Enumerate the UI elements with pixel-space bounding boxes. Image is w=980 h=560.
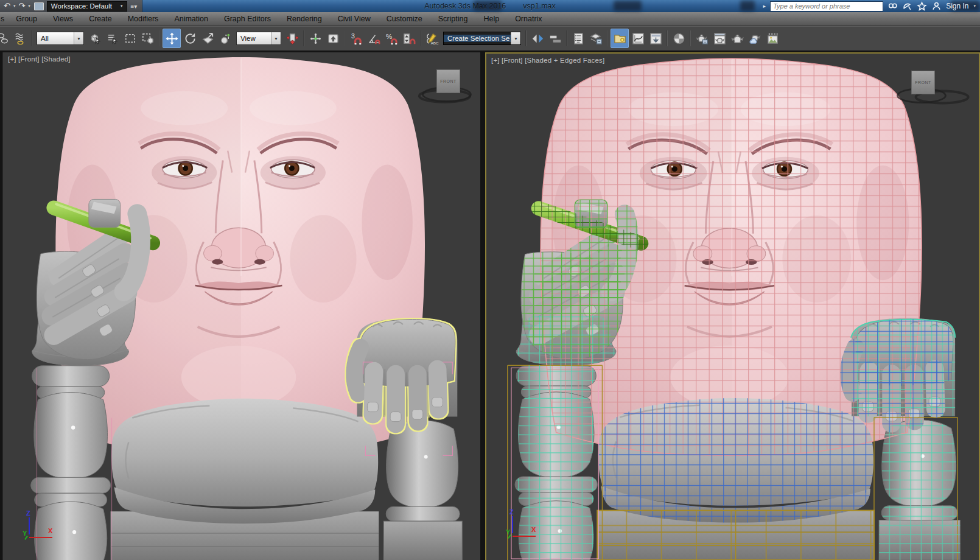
toolbar-separator xyxy=(31,30,32,46)
select-and-move-button[interactable] xyxy=(163,29,181,48)
favorites-star-icon[interactable] xyxy=(917,2,927,11)
svg-text:3: 3 xyxy=(351,32,354,39)
workspace-dropdown[interactable]: Workspace: Default ▾ xyxy=(47,1,127,12)
z-axis-label: Z xyxy=(509,508,514,516)
menu-animation[interactable]: Animation xyxy=(166,12,216,26)
censored-blob xyxy=(614,1,642,11)
viewport-label-left[interactable]: [+] [Front] [Shaded] xyxy=(8,55,71,63)
main-toolbar: All ▼ View ▼ 3 % ABC Create Selection Se… xyxy=(0,26,980,51)
document-name: vsp1.max xyxy=(523,2,556,10)
menu-help[interactable]: Help xyxy=(475,12,507,26)
search-input[interactable] xyxy=(770,1,883,12)
redo-button[interactable]: ↷ xyxy=(17,1,26,12)
rectangular-selection-region-button[interactable] xyxy=(122,29,139,47)
toolbar-separator xyxy=(344,30,345,46)
censored-blob xyxy=(474,1,502,11)
material-editor-button[interactable] xyxy=(670,29,687,47)
coordinate-system-dropdown[interactable]: View ▼ xyxy=(236,32,281,45)
menu-customize[interactable]: Customize xyxy=(379,12,430,26)
viewcube[interactable]: FRONT xyxy=(436,69,460,93)
viewport-label-right[interactable]: [+] [Front] [Shaded + Edged Faces] xyxy=(491,57,604,64)
signin-dropdown-caret-icon[interactable]: ▾ xyxy=(973,4,976,9)
toolbar-separator xyxy=(667,30,668,46)
a360-gallery-button[interactable] xyxy=(764,29,781,47)
x-axis-label: X xyxy=(48,527,52,534)
z-axis-line xyxy=(512,516,513,533)
undo-dropdown-caret-icon[interactable]: ▾ xyxy=(13,4,16,9)
select-and-place-button[interactable] xyxy=(217,29,234,47)
viewport-canvas-right[interactable] xyxy=(486,54,979,560)
toolbar-overflow-button[interactable]: ≡▾ xyxy=(128,3,140,10)
toolbar-separator xyxy=(690,30,691,46)
z-axis-label: Z xyxy=(26,509,30,517)
select-and-link-button[interactable] xyxy=(0,29,11,47)
infocenter-collapse-icon[interactable]: ▸ xyxy=(763,3,766,9)
toolbar-separator xyxy=(566,30,567,46)
select-object-button[interactable] xyxy=(86,29,103,47)
z-axis-line xyxy=(29,517,30,534)
censored-blob xyxy=(740,1,755,11)
toolbar-separator xyxy=(303,30,304,46)
angle-snap-button[interactable] xyxy=(365,29,382,47)
menu-views[interactable]: Views xyxy=(45,12,81,26)
toggle-ribbon-button[interactable] xyxy=(611,29,629,48)
mirror-button[interactable] xyxy=(529,29,546,47)
toolbar-separator xyxy=(607,30,608,46)
y-axis-label: Y xyxy=(506,528,510,536)
undo-button[interactable]: ↶ xyxy=(2,1,12,12)
axis-gizmo: Z Y X xyxy=(20,511,63,548)
keyboard-shortcut-override-button[interactable] xyxy=(324,29,341,47)
align-button[interactable] xyxy=(547,29,564,47)
toolbar-separator xyxy=(525,30,527,46)
menu-rendering[interactable]: Rendering xyxy=(279,12,330,26)
snap-toggle-3d-button[interactable]: 3 xyxy=(348,29,365,47)
user-icon[interactable] xyxy=(931,2,942,11)
edit-named-selection-sets-button[interactable]: ABC xyxy=(424,29,441,47)
render-in-cloud-button[interactable] xyxy=(746,29,763,47)
toggle-scene-explorer-button[interactable] xyxy=(570,29,587,47)
menu-scripting[interactable]: Scripting xyxy=(430,12,476,26)
bind-to-space-warp-button[interactable] xyxy=(12,29,29,47)
select-and-manipulate-button[interactable] xyxy=(307,29,324,47)
rendered-frame-window-button[interactable] xyxy=(711,29,728,47)
select-and-scale-button[interactable] xyxy=(199,29,216,47)
search-icon[interactable] xyxy=(887,2,898,11)
menu-modifiers[interactable]: Modifiers xyxy=(120,12,167,26)
percent-snap-button[interactable]: % xyxy=(383,29,400,47)
viewport-area: [+] [Front] [Shaded] FRONT Z Y X [+] [Fr… xyxy=(0,51,980,560)
selection-filter-dropdown[interactable]: All ▼ xyxy=(37,32,84,45)
menu-graph-editors[interactable]: Graph Editors xyxy=(216,12,279,26)
toolbar-separator xyxy=(159,30,160,46)
x-axis-label: X xyxy=(531,526,536,533)
menu-create[interactable]: Create xyxy=(81,12,120,26)
viewcube[interactable]: FRONT xyxy=(911,71,935,94)
quick-access-toolbar: ↶▾ ↷▾ Workspace: Default ▾ ≡▾ xyxy=(0,0,142,12)
viewport-left[interactable]: [+] [Front] [Shaded] FRONT Z Y X xyxy=(2,52,480,560)
workspace-switcher-icon[interactable] xyxy=(34,2,44,10)
use-pivot-point-center-button[interactable] xyxy=(284,29,301,47)
render-setup-button[interactable] xyxy=(693,29,710,47)
named-selection-sets-dropdown[interactable]: Create Selection Se ▼ xyxy=(443,32,521,45)
select-by-name-button[interactable] xyxy=(104,29,121,47)
window-crossing-toggle-button[interactable] xyxy=(139,29,156,47)
render-production-button[interactable] xyxy=(729,29,746,47)
menu-item-cut[interactable]: s xyxy=(0,12,8,26)
workspace-label: Workspace: Default xyxy=(51,2,112,10)
title-bar: ↶▾ ↷▾ Workspace: Default ▾ ≡▾ Autodesk 3… xyxy=(0,0,980,12)
communication-center-icon[interactable] xyxy=(902,2,912,11)
curve-editor-button[interactable] xyxy=(629,29,646,47)
signin-button[interactable]: Sign In xyxy=(946,2,968,10)
redo-dropdown-caret-icon[interactable]: ▾ xyxy=(27,4,31,9)
chevron-down-icon: ▼ xyxy=(271,32,281,44)
spinner-snap-button[interactable] xyxy=(401,29,418,47)
viewport-right[interactable]: [+] [Front] [Shaded + Edged Faces] FRONT… xyxy=(485,52,980,560)
axis-gizmo: Z Y X xyxy=(503,510,546,547)
menu-group[interactable]: Group xyxy=(8,12,45,26)
toggle-layer-explorer-button[interactable] xyxy=(587,29,604,47)
svg-text:%: % xyxy=(385,32,391,40)
menu-civil-view[interactable]: Civil View xyxy=(330,12,379,26)
schematic-view-button[interactable] xyxy=(647,29,664,47)
menu-ornatrix[interactable]: Ornatrix xyxy=(507,12,550,26)
select-and-rotate-button[interactable] xyxy=(181,29,198,47)
viewport-canvas-left[interactable] xyxy=(3,52,480,560)
